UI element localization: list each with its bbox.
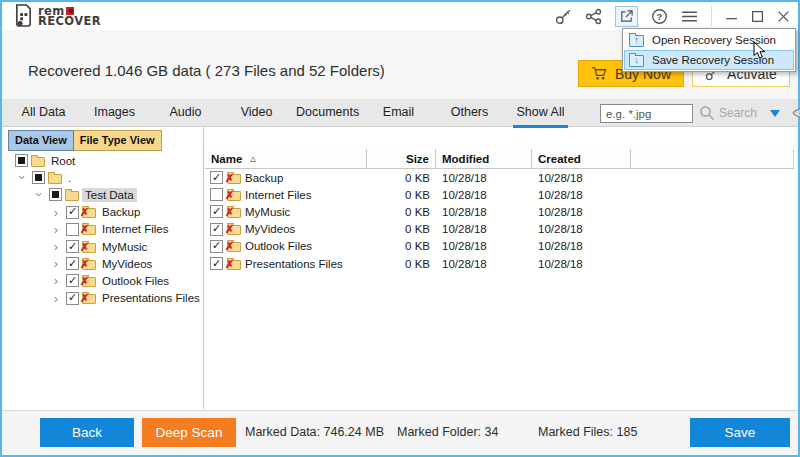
folder-icon (65, 191, 79, 201)
category-tab[interactable]: All Data (8, 99, 79, 126)
tree-checkbox[interactable] (66, 223, 79, 236)
column-header-created[interactable]: Created (532, 149, 631, 168)
menu-icon[interactable] (681, 9, 698, 24)
close-button[interactable] (777, 10, 790, 23)
table-row[interactable]: Backup 0 KB 10/28/18 10/28/18 (205, 169, 794, 186)
category-tab[interactable]: Images (79, 99, 150, 126)
table-row[interactable]: Internet Files 0 KB 10/28/18 10/28/18 (205, 186, 794, 203)
row-name: Presentations Files (245, 258, 343, 270)
row-checkbox[interactable] (210, 240, 223, 253)
folder-icon (82, 260, 96, 270)
tree-item[interactable]: Outlook Files (4, 272, 202, 289)
marked-data-status: Marked Data: 746.24 MB (245, 425, 384, 439)
tree-item[interactable]: Test Data (4, 186, 202, 203)
tree-item[interactable]: Root (4, 152, 202, 169)
tree-checkbox[interactable] (66, 206, 79, 219)
row-name: Outlook Files (245, 240, 312, 252)
row-checkbox[interactable] (210, 205, 223, 218)
row-created: 10/28/18 (532, 172, 631, 184)
tree-item-label[interactable]: Backup (99, 205, 143, 219)
row-name: Internet Files (245, 189, 311, 201)
tree-checkbox[interactable] (32, 171, 45, 184)
row-checkbox[interactable] (210, 188, 223, 201)
table-row[interactable]: Outlook Files 0 KB 10/28/18 10/28/18 (205, 238, 794, 255)
tree-item[interactable]: MyVideos (4, 255, 202, 272)
tree-item-label[interactable]: MyVideos (99, 257, 155, 271)
row-size: 0 KB (367, 206, 436, 218)
row-checkbox[interactable] (210, 223, 223, 236)
category-tab[interactable]: Video (221, 99, 292, 126)
recovered-summary-text: Recovered 1.046 GB data ( 273 Files and … (28, 62, 385, 79)
tree-checkbox[interactable] (15, 154, 28, 167)
share-icon[interactable] (585, 8, 602, 25)
view-tab[interactable]: File Type View (74, 130, 162, 151)
row-created: 10/28/18 (532, 223, 631, 235)
row-modified: 10/28/18 (436, 206, 532, 218)
tree-item[interactable]: Presentations Files (4, 290, 202, 307)
sort-ascending-icon: △ (250, 155, 255, 163)
tree-item[interactable]: Backup (4, 204, 202, 221)
expander-icon[interactable] (49, 240, 63, 254)
row-size: 0 KB (367, 189, 436, 201)
tree-checkbox[interactable] (66, 240, 79, 253)
category-tab[interactable]: Others (434, 99, 505, 126)
table-row[interactable]: MyVideos 0 KB 10/28/18 10/28/18 (205, 221, 794, 238)
help-icon[interactable]: ? (651, 8, 668, 25)
deep-scan-button[interactable]: Deep Scan (142, 418, 236, 447)
expander-icon[interactable] (32, 188, 46, 202)
column-header-modified[interactable]: Modified (436, 149, 532, 168)
tree-checkbox[interactable] (66, 292, 79, 305)
preview-eye-icon[interactable] (792, 106, 800, 120)
tree-checkbox[interactable] (49, 188, 62, 201)
expander-icon[interactable] (49, 257, 63, 271)
column-header-size[interactable]: Size (367, 149, 436, 168)
menu-item[interactable]: Open Recovery Session (624, 30, 794, 50)
row-created: 10/28/18 (532, 258, 631, 270)
tree-item-label[interactable]: Test Data (82, 188, 137, 202)
expander-icon[interactable] (15, 171, 29, 185)
menu-item[interactable]: Save Recovery Session (624, 50, 794, 70)
row-checkbox[interactable] (210, 171, 223, 184)
tree-item-label[interactable]: Internet Files (99, 222, 171, 236)
maximize-button[interactable] (751, 10, 764, 23)
tree-checkbox[interactable] (66, 257, 79, 270)
row-modified: 10/28/18 (436, 223, 532, 235)
logo-text: rem RECOVER (38, 6, 101, 26)
row-size: 0 KB (367, 240, 436, 252)
category-tab[interactable]: Documents (292, 99, 363, 126)
minimize-button[interactable] (725, 10, 738, 23)
expander-icon[interactable] (49, 222, 63, 236)
deleted-folder-icon (227, 260, 241, 270)
category-tab[interactable]: Audio (150, 99, 221, 126)
table-row[interactable]: MyMusic 0 KB 10/28/18 10/28/18 (205, 203, 794, 220)
save-button[interactable]: Save (690, 418, 790, 447)
view-tab[interactable]: Data View (8, 130, 74, 151)
table-row[interactable]: Presentations Files 0 KB 10/28/18 10/28/… (205, 255, 794, 272)
expander-icon[interactable] (49, 291, 63, 305)
expander-icon[interactable] (49, 205, 63, 219)
tree-item-label[interactable]: MyMusic (99, 240, 150, 254)
tree-item-label[interactable]: Presentations Files (99, 291, 202, 305)
tree-item[interactable]: . (4, 169, 202, 186)
table-header: Name△ Size Modified Created (205, 149, 794, 169)
search-label[interactable]: Search (719, 106, 757, 120)
tree-item[interactable]: Internet Files (4, 221, 202, 238)
search-icon[interactable] (699, 105, 715, 121)
tree-checkbox[interactable] (66, 274, 79, 287)
key-icon[interactable] (555, 8, 572, 25)
row-checkbox[interactable] (210, 257, 223, 270)
tree-item-label[interactable]: Outlook Files (99, 274, 172, 288)
column-header-name[interactable]: Name△ (205, 149, 367, 168)
search-options-dropdown-icon[interactable] (770, 110, 780, 117)
row-created: 10/28/18 (532, 189, 631, 201)
category-tab[interactable]: Email (363, 99, 434, 126)
back-button[interactable]: Back (40, 418, 134, 447)
tree-item-label[interactable]: Root (48, 154, 78, 168)
open-session-icon[interactable] (615, 6, 638, 27)
search-input[interactable] (600, 104, 693, 123)
tree-item-label[interactable]: . (65, 171, 74, 185)
tree-item[interactable]: MyMusic (4, 238, 202, 255)
category-tab[interactable]: Show All (505, 99, 576, 126)
file-table: Name△ Size Modified Created Backup 0 KB … (205, 149, 794, 409)
expander-icon[interactable] (49, 274, 63, 288)
